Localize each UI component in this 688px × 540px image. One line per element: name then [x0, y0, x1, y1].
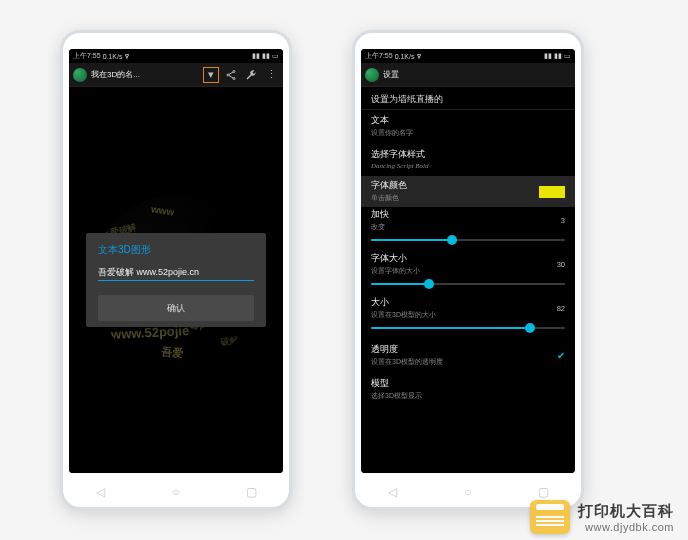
app-title: 我在3D的名...: [91, 69, 140, 80]
status-netspeed: 0.1K/s: [395, 53, 415, 60]
row-title: 字体颜色: [371, 180, 407, 192]
share-icon[interactable]: [223, 67, 239, 83]
row-speed[interactable]: 加快 改变 3: [361, 207, 575, 251]
dialog-overlay: 文本3D图形 确认: [69, 87, 283, 473]
dialog-text3d: 文本3D图形 确认: [86, 233, 266, 327]
row-sub: 改变: [371, 222, 389, 232]
status-time: 上午7:55: [365, 51, 393, 61]
app-logo-icon: [73, 68, 87, 82]
appbar: 设置: [361, 63, 575, 87]
settings-list[interactable]: 设置为墙纸直播的 文本 设置你的名字 选择字体样式 Dancing Script…: [361, 87, 575, 473]
row-title: 字体大小: [371, 253, 420, 265]
font-size-slider[interactable]: [371, 279, 565, 289]
app-title: 设置: [383, 69, 399, 80]
phone-right: 上午7:55 0.1K/s ⛛ ▮▮ ▮▮ ▭ 设置 设置为墙纸直播的 文本: [352, 30, 584, 510]
row-text[interactable]: 文本 设置你的名字: [361, 110, 575, 144]
signal-icon: ▮▮: [262, 52, 270, 60]
status-netspeed: 0.1K/s: [103, 53, 123, 60]
signal-icon: ▮▮: [544, 52, 552, 60]
nav-bar: ◁ ○ ▢: [355, 485, 581, 499]
row-title: 加快: [371, 209, 389, 221]
row-title: 模型: [371, 378, 565, 390]
watermark-title: 打印机大百科: [578, 502, 674, 521]
row-title: 文本: [371, 115, 565, 127]
row-sub: 单击颜色: [371, 193, 407, 203]
nav-recent-icon[interactable]: ▢: [528, 485, 558, 499]
signal-icon: ▮▮: [554, 52, 562, 60]
nav-home-icon[interactable]: ○: [453, 485, 483, 499]
row-sub: 设置你的名字: [371, 128, 565, 138]
row-opacity[interactable]: 透明度 设置在3D模型的透明度 ✔: [361, 339, 575, 373]
row-sub: Dancing Script Bold: [371, 162, 565, 170]
nav-back-icon[interactable]: ◁: [378, 485, 408, 499]
status-time: 上午7:55: [73, 51, 101, 61]
wrench-icon[interactable]: [243, 67, 259, 83]
row-font-style[interactable]: 选择字体样式 Dancing Script Bold: [361, 144, 575, 176]
watermark-icon: [530, 500, 570, 534]
wifi-icon: ⛛: [124, 53, 131, 60]
canvas-3d[interactable]: 吾爱破解 www 破解 吾爱 吾爱破解 www.52pojie 破解 52poj…: [69, 87, 283, 473]
checkmark-icon[interactable]: ✔: [557, 350, 565, 361]
dialog-title: 文本3D图形: [98, 243, 254, 257]
row-font-color[interactable]: 字体颜色 单击颜色: [361, 176, 575, 207]
row-sub: 设置在3D模型的大小: [371, 310, 436, 320]
row-sub: 选择3D模型显示: [371, 391, 565, 401]
row-size[interactable]: 大小 设置在3D模型的大小 82: [361, 295, 575, 339]
app-logo-icon: [365, 68, 379, 82]
overflow-icon[interactable]: ⋮: [263, 67, 279, 83]
phone-left: 上午7:55 0.1K/s ⛛ ▮▮ ▮▮ ▭ 我在3D的名... ▾: [60, 30, 292, 510]
svg-point-2: [233, 77, 235, 79]
confirm-button[interactable]: 确认: [98, 295, 254, 321]
wifi-icon: ⛛: [416, 53, 423, 60]
speed-slider[interactable]: [371, 235, 565, 245]
row-font-size[interactable]: 字体大小 设置字体的大小 30: [361, 251, 575, 295]
slider-value: 82: [549, 304, 565, 313]
watermark: 打印机大百科 www.djydbk.com: [530, 500, 674, 534]
text3d-input[interactable]: [98, 265, 254, 281]
statusbar: 上午7:55 0.1K/s ⛛ ▮▮ ▮▮ ▭: [69, 49, 283, 63]
svg-point-0: [233, 70, 235, 72]
row-model[interactable]: 模型 选择3D模型显示: [361, 373, 575, 407]
signal-icon: ▮▮: [252, 52, 260, 60]
color-swatch[interactable]: [539, 186, 565, 198]
nav-recent-icon[interactable]: ▢: [236, 485, 266, 499]
row-title: 选择字体样式: [371, 149, 565, 161]
row-sub: 设置字体的大小: [371, 266, 420, 276]
nav-back-icon[interactable]: ◁: [86, 485, 116, 499]
size-slider[interactable]: [371, 323, 565, 333]
appbar: 我在3D的名... ▾ ⋮: [69, 63, 283, 87]
row-title: 透明度: [371, 344, 443, 356]
section-header: 设置为墙纸直播的: [361, 87, 575, 109]
screen-left: 上午7:55 0.1K/s ⛛ ▮▮ ▮▮ ▭ 我在3D的名... ▾: [69, 49, 283, 473]
battery-icon: ▭: [564, 52, 571, 60]
row-title: 大小: [371, 297, 436, 309]
row-sub: 设置在3D模型的透明度: [371, 357, 443, 367]
screen-right: 上午7:55 0.1K/s ⛛ ▮▮ ▮▮ ▭ 设置 设置为墙纸直播的 文本: [361, 49, 575, 473]
statusbar: 上午7:55 0.1K/s ⛛ ▮▮ ▮▮ ▭: [361, 49, 575, 63]
svg-point-1: [227, 74, 229, 76]
nav-home-icon[interactable]: ○: [161, 485, 191, 499]
watermark-url: www.djydbk.com: [578, 521, 674, 533]
nav-bar: ◁ ○ ▢: [63, 485, 289, 499]
battery-icon: ▭: [272, 52, 279, 60]
dropdown-icon[interactable]: ▾: [203, 67, 219, 83]
slider-value: 3: [549, 216, 565, 225]
slider-value: 30: [549, 260, 565, 269]
